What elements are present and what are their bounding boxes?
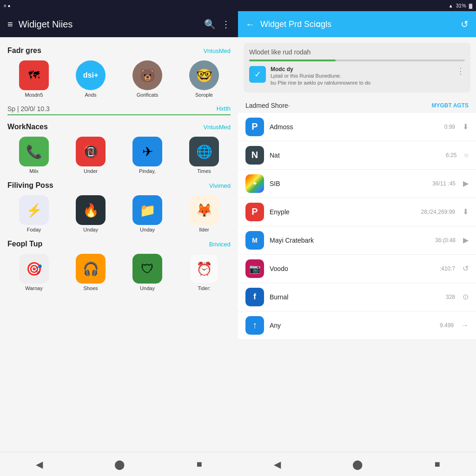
widget-card-desc2: bu Ptie rine br aeklo pv ralnlumnownre t… bbox=[271, 79, 452, 86]
signal-icon: ▲ bbox=[449, 3, 453, 8]
app-list-icon-sib: ✦ bbox=[245, 174, 264, 193]
app-list-icon-mayi: M bbox=[245, 231, 264, 250]
app-item-milx[interactable]: 📞 Milx bbox=[7, 137, 60, 174]
app-list-action-any[interactable]: → bbox=[461, 321, 469, 330]
app-list-action-burnal[interactable]: ⊙ bbox=[463, 292, 469, 301]
app-label-unday3: Unday bbox=[140, 285, 155, 291]
section-header-feopl: Feopl Tup Briviced bbox=[7, 240, 231, 248]
right-panel-title: Widget Prd Sciɑgls bbox=[260, 19, 455, 29]
section-link-work[interactable]: VntusMed bbox=[203, 124, 231, 131]
section-title-filiving: Filiving Poss bbox=[7, 181, 53, 190]
app-label-mosdn: Mosdn5 bbox=[25, 92, 43, 98]
widget-more-icon[interactable]: ⋮ bbox=[456, 66, 465, 76]
app-label-ands: Ands bbox=[85, 92, 96, 98]
section-link-filiving[interactable]: Vivimed bbox=[209, 182, 231, 189]
recents-button-left[interactable]: ■ bbox=[197, 459, 202, 469]
app-list-name-nat: Nat bbox=[270, 152, 440, 159]
left-panel-title: Widiget Niies bbox=[19, 19, 198, 30]
app-item-unday1[interactable]: 🔥 Unday bbox=[64, 195, 117, 232]
widget-card-text: Modc dy Lptail or this Runiаl Bunediune.… bbox=[271, 66, 452, 87]
list-item-enyple[interactable]: P Enyple 28;/24,269:99 ⬇ bbox=[238, 198, 476, 226]
app-item-shoes[interactable]: 🎧 Shoes bbox=[64, 254, 117, 291]
section-header-featured: Fadr gres VntusMed bbox=[7, 46, 231, 55]
section-title-work: WorkNaces bbox=[7, 123, 48, 131]
filiving-app-grid: ⚡ Foday 🔥 Unday 📁 Unday bbox=[7, 195, 231, 232]
menu-icon[interactable]: ≡ bbox=[7, 19, 13, 30]
app-item-warnay[interactable]: 🎯 Warnay bbox=[7, 254, 60, 291]
list-item-burnal[interactable]: f Burnal 328 ⊙ bbox=[238, 283, 476, 311]
app-list-meta-burnal: 328 bbox=[446, 294, 455, 300]
app-item-mosdn[interactable]: 🗺 Mosdn5 bbox=[7, 60, 60, 98]
app-item-ilder[interactable]: 🦊 Ilder bbox=[178, 195, 231, 232]
list-section-header: Ladmed Shore· MYGBT AGTS bbox=[238, 98, 476, 113]
status-bar-left: ≡ ● bbox=[0, 3, 238, 8]
refresh-icon-right[interactable]: ↺ bbox=[461, 19, 469, 30]
widget-card-body: ✓ Modc dy Lptail or this Runiаl Bunediun… bbox=[249, 66, 465, 87]
app-label-times: Times bbox=[197, 168, 211, 174]
app-item-under[interactable]: 📵 Under bbox=[64, 137, 117, 174]
app-list-icon-enyple: P bbox=[245, 203, 264, 221]
tab-link[interactable]: Hxtth bbox=[217, 105, 231, 112]
list-section-link[interactable]: MYGBT AGTS bbox=[431, 102, 469, 109]
app-label-gorificats: Gorificats bbox=[137, 92, 158, 98]
app-label-pinday: Pinday, bbox=[139, 168, 156, 174]
app-list: P Admoss 0:99 ⬇ N Nat 6:25 ○ ✦ SIB 36/11… bbox=[238, 113, 476, 340]
featured-app-grid: 🗺 Mosdn5 dsi+ Ands 🐻 Gorificats bbox=[7, 60, 231, 98]
right-nav-bar: ◀ ⬤ ■ bbox=[238, 452, 476, 476]
list-item-admoss[interactable]: P Admoss 0:99 ⬇ bbox=[238, 113, 476, 141]
app-item-unday3[interactable]: 🛡 Unday bbox=[121, 254, 174, 291]
app-list-name-voodo: Voodo bbox=[270, 265, 434, 272]
home-button-right[interactable]: ⬤ bbox=[352, 459, 363, 470]
app-list-name-any: Any bbox=[270, 322, 434, 329]
app-label-unday2: Unday bbox=[140, 227, 155, 232]
widget-card-mode: Modc dy bbox=[271, 66, 452, 73]
app-label-under: Under bbox=[84, 168, 98, 174]
app-item-sorople[interactable]: 🤓 Sorople bbox=[178, 60, 231, 98]
app-label-shoes: Shoes bbox=[83, 285, 98, 291]
section-link-feopl[interactable]: Briviced bbox=[209, 241, 231, 248]
list-item-mayi[interactable]: M Mayi Cratebark 36:(0:48 ▶ bbox=[238, 226, 476, 255]
feopl-app-grid: 🎯 Warnay 🎧 Shoes 🛡 Unday bbox=[7, 254, 231, 291]
app-list-action-mayi[interactable]: ▶ bbox=[463, 236, 469, 245]
recents-button-right[interactable]: ■ bbox=[435, 459, 440, 469]
app-list-meta-any: 9.499 bbox=[440, 322, 454, 329]
section-title-featured: Fadr gres bbox=[7, 46, 41, 55]
app-item-times[interactable]: 🌐 Times bbox=[178, 137, 231, 174]
list-item-nat[interactable]: N Nat 6:25 ○ bbox=[238, 141, 476, 170]
back-button-left[interactable]: ◀ bbox=[36, 459, 43, 470]
app-list-meta-mayi: 36:(0:48 bbox=[435, 237, 456, 244]
section-link-featured[interactable]: VntusMed bbox=[203, 47, 231, 54]
app-item-ands[interactable]: dsi+ Ands bbox=[64, 60, 117, 98]
app-item-unday2[interactable]: 📁 Unday bbox=[121, 195, 174, 232]
right-panel: ← Widget Prd Sciɑgls ↺ Wlodet like rud r… bbox=[238, 11, 476, 476]
back-button-right[interactable]: ◀ bbox=[274, 459, 281, 470]
app-list-action-admoss[interactable]: ⬇ bbox=[463, 122, 469, 131]
list-item-voodo[interactable]: 📷 Voodo :410:7 ↺ bbox=[238, 255, 476, 283]
app-list-action-enyple[interactable]: ⬇ bbox=[463, 207, 469, 216]
more-icon[interactable]: ⋮ bbox=[221, 19, 231, 30]
status-bar: ≡ ● ▲ 31% ▓ bbox=[0, 0, 476, 11]
app-list-name-burnal: Burnal bbox=[270, 293, 440, 301]
battery-icon: ▓ bbox=[469, 3, 472, 8]
app-list-name-admoss: Admoss bbox=[270, 123, 439, 131]
app-label-foday: Foday bbox=[27, 227, 41, 232]
app-item-pinday[interactable]: ✈ Pinday, bbox=[121, 137, 174, 174]
app-list-action-voodo[interactable]: ↺ bbox=[463, 264, 469, 273]
right-content: Wlodet like rud rodah ✓ Modc dy Lptail o… bbox=[238, 37, 476, 452]
list-item-any[interactable]: ↑ Any 9.499 → bbox=[238, 311, 476, 340]
tab-label[interactable]: Sp | 20/0/ 10.3 bbox=[7, 105, 50, 112]
app-item-gorificats[interactable]: 🐻 Gorificats bbox=[121, 60, 174, 98]
home-button-left[interactable]: ⬤ bbox=[114, 459, 125, 470]
app-list-icon-voodo: 📷 bbox=[245, 259, 264, 278]
app-item-tider[interactable]: ⏰ Tider: bbox=[178, 254, 231, 291]
app-list-meta-enyple: 28;/24,269:99 bbox=[421, 209, 455, 215]
app-list-action-nat[interactable]: ○ bbox=[464, 151, 469, 159]
battery-pct: 31% bbox=[456, 3, 466, 8]
list-item-sib[interactable]: ✦ SIB 36/11 :45 ▶ bbox=[238, 170, 476, 198]
back-icon-right[interactable]: ← bbox=[245, 19, 255, 30]
left-nav-bar: ◀ ⬤ ■ bbox=[0, 452, 238, 476]
search-icon[interactable]: 🔍 bbox=[204, 19, 216, 30]
app-list-action-sib[interactable]: ▶ bbox=[463, 179, 469, 188]
app-item-foday[interactable]: ⚡ Foday bbox=[7, 195, 60, 232]
widget-card-desc1: Lptail or this Runiаl Bunediune. bbox=[271, 73, 452, 79]
